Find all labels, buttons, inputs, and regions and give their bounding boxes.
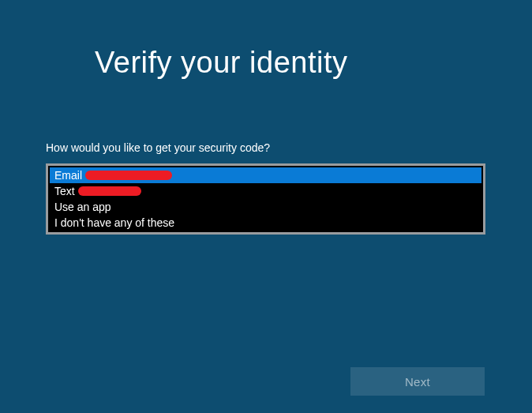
option-label: Text bbox=[54, 183, 75, 199]
option-none[interactable]: I don't have any of these bbox=[50, 215, 481, 231]
redacted-text bbox=[85, 171, 172, 180]
next-button[interactable]: Next bbox=[350, 367, 485, 396]
page-title: Verify your identity bbox=[95, 46, 532, 80]
option-text[interactable]: Text bbox=[50, 183, 481, 199]
option-email[interactable]: Email bbox=[50, 167, 481, 183]
verification-method-list[interactable]: Email Text Use an app I don't have any o… bbox=[46, 163, 485, 235]
security-code-prompt: How would you like to get your security … bbox=[46, 141, 532, 154]
redacted-text bbox=[78, 186, 141, 196]
option-label: I don't have any of these bbox=[54, 215, 174, 231]
option-use-app[interactable]: Use an app bbox=[50, 199, 481, 215]
option-label: Email bbox=[54, 167, 82, 183]
option-label: Use an app bbox=[54, 199, 111, 215]
